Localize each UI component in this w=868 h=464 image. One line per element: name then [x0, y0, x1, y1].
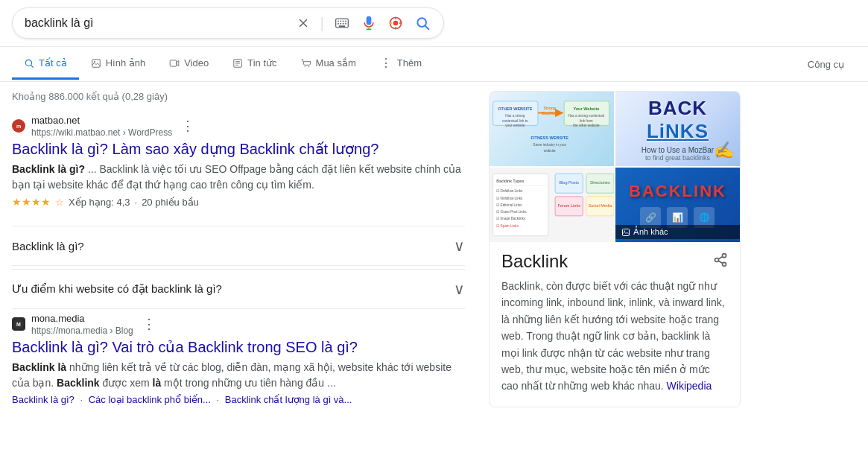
expandable-label-1: Backlink là gì?	[12, 240, 84, 252]
tab-images[interactable]: Hình ảnh	[79, 48, 158, 80]
svg-rect-7	[343, 23, 344, 25]
svg-point-13	[393, 21, 399, 26]
search-box: |	[12, 7, 444, 39]
svg-point-30	[308, 66, 308, 67]
result-title[interactable]: Backlink là gì? Làm sao xây dựng Backlin…	[12, 139, 465, 159]
expandable-label-2: Ưu điểm khi website có đặt backlink là g…	[12, 282, 222, 296]
svg-text:Forum Links: Forum Links	[557, 203, 580, 208]
voice-search-button[interactable]	[360, 14, 378, 32]
snippet-bold: Backlink là gì?	[12, 163, 85, 175]
svg-text:m: m	[16, 124, 21, 129]
result-rating: ★★★★☆ Xếp hạng: 4,3 · 20 phiếu bầu	[12, 196, 465, 208]
result-domain-2: mona.media	[31, 312, 133, 325]
result-more-button-2[interactable]: ⋮	[139, 317, 159, 331]
svg-rect-16	[390, 22, 392, 24]
svg-text:Your Website: Your Website	[573, 107, 599, 111]
result-source: m matbao.net https://wiki.matbao.net › W…	[12, 114, 465, 138]
snippet-bold-2c: là	[153, 377, 162, 389]
tab-more-label: Thêm	[397, 57, 422, 69]
svg-text:☑ Editorial Links: ☑ Editorial Links	[496, 203, 522, 207]
stars-icon: ★★★★	[12, 196, 51, 208]
image-search-button[interactable]	[387, 14, 405, 32]
svg-text:☑ Dofollow Links: ☑ Dofollow Links	[496, 189, 523, 193]
kp-title-row: Backlink	[490, 242, 740, 278]
tab-news[interactable]: Tin tức	[221, 48, 288, 80]
kp-image-4-container[interactable]: BACKLINK 🔗 📊 🌐 Ảnh khác	[615, 168, 740, 242]
snippet-bold-2b: Backlink	[57, 377, 100, 389]
tab-more[interactable]: ⋮ Thêm	[368, 47, 434, 81]
top-bar: |	[0, 0, 868, 47]
svg-text:Directories: Directories	[590, 180, 610, 185]
svg-line-72	[718, 261, 723, 263]
kp-image-1[interactable]: OTHER WEBSITE Has a strong contextual li…	[490, 92, 614, 166]
result-favicon: m	[12, 119, 25, 133]
svg-rect-67	[623, 229, 630, 235]
tab-all-label: Tất cả	[39, 57, 67, 69]
svg-text:M: M	[16, 322, 21, 327]
star-half-icon: ☆	[55, 197, 64, 208]
svg-text:☑ Guest Post Links: ☑ Guest Post Links	[496, 210, 527, 214]
kp-title: Backlink	[501, 251, 568, 272]
related-link-3[interactable]: Backlink chất lượng là gì và...	[225, 394, 352, 405]
svg-line-19	[425, 26, 429, 30]
svg-text:contextual link to: contextual link to	[502, 119, 528, 123]
clear-button[interactable]	[295, 15, 311, 31]
tools-button[interactable]: Công cụ	[796, 50, 856, 79]
result-url-2: https://mona.media › Blog	[31, 325, 133, 336]
svg-text:☑ Image Backlinks: ☑ Image Backlinks	[496, 217, 526, 220]
svg-point-71	[723, 262, 726, 266]
kp-image-2[interactable]: BACK LiNKS How to Use a MozBar to find g…	[615, 92, 740, 166]
result-title-2[interactable]: Backlink là gì? Vai trò của Backlink tro…	[12, 337, 465, 357]
svg-line-73	[718, 256, 723, 258]
related-link-2[interactable]: Các loại backlink phổ biến...	[89, 394, 211, 405]
rating-label: Xếp hạng: 4,3	[69, 197, 130, 208]
svg-text:link from: link from	[580, 119, 593, 123]
svg-text:Social Media: Social Media	[589, 203, 613, 208]
rating-votes: 20 phiếu bầu	[142, 197, 199, 208]
result-source-2: M mona.media https://mona.media › Blog ⋮	[12, 312, 465, 336]
snippet-text-2c: một trong những ưu tiên hàng đầu ...	[164, 377, 336, 389]
svg-line-21	[31, 65, 34, 67]
knowledge-panel: OTHER WEBSITE Has a strong contextual li…	[489, 91, 741, 407]
expandable-item-1[interactable]: Backlink là gì? ∨	[12, 226, 465, 266]
svg-text:your website: your website	[505, 124, 525, 127]
chevron-down-icon-2: ∨	[454, 280, 465, 298]
result-snippet-2: Backlink là những liên kết trả về từ các…	[12, 360, 465, 391]
svg-point-68	[624, 230, 626, 232]
svg-text:Same industry in your: Same industry in your	[533, 143, 566, 147]
svg-text:Has a strong contextual: Has a strong contextual	[568, 114, 605, 118]
tab-video-label: Video	[184, 57, 209, 69]
svg-text:Has a strong: Has a strong	[505, 114, 525, 118]
keyboard-button[interactable]	[333, 14, 351, 32]
result-favicon-2: M	[12, 317, 25, 331]
svg-text:Blog Posts: Blog Posts	[559, 180, 579, 185]
left-column: Khoảng 886.000 kết quả (0,28 giây) m mat…	[0, 82, 477, 432]
kp-image-3[interactable]: Backlink Types ☑ Dofollow Links ☑ Nofoll…	[490, 168, 614, 242]
tab-all[interactable]: Tất cả	[12, 48, 79, 80]
chevron-down-icon-1: ∨	[454, 237, 465, 255]
tab-shopping[interactable]: Mua sắm	[289, 48, 368, 80]
kp-share-button[interactable]	[713, 252, 728, 271]
wikipedia-link[interactable]: Wikipedia	[667, 380, 712, 392]
related-link-1[interactable]: Backlink là gì?	[12, 394, 75, 405]
snippet-text-2b: được xem	[103, 377, 153, 389]
kp-images-grid: OTHER WEBSITE Has a strong contextual li…	[490, 92, 740, 242]
search-input[interactable]	[25, 16, 289, 30]
svg-text:Strong: Strong	[544, 106, 556, 110]
search-submit-button[interactable]	[414, 14, 431, 32]
result-domain-info-2: mona.media https://mona.media › Blog	[31, 312, 133, 336]
svg-rect-22	[92, 59, 100, 67]
svg-text:☑ Nofollow Links: ☑ Nofollow Links	[496, 197, 523, 200]
result-url: https://wiki.matbao.net › WordPress	[31, 127, 172, 138]
images-overlay-badge[interactable]: Ảnh khác	[615, 225, 740, 239]
svg-text:FITNESS WEBSITE: FITNESS WEBSITE	[531, 136, 569, 140]
tab-news-label: Tin tức	[247, 57, 276, 69]
expandable-item-2[interactable]: Ưu điểm khi website có đặt backlink là g…	[12, 269, 465, 309]
result-more-button[interactable]: ⋮	[178, 119, 197, 133]
tab-video[interactable]: Video	[157, 48, 221, 80]
svg-text:☑ Spam Links: ☑ Spam Links	[496, 224, 519, 228]
kp-description: Backlink, còn được biết với các thuật ng…	[490, 278, 740, 407]
svg-text:website: website	[544, 149, 556, 153]
svg-rect-5	[338, 23, 339, 25]
right-column: OTHER WEBSITE Has a strong contextual li…	[477, 82, 753, 432]
